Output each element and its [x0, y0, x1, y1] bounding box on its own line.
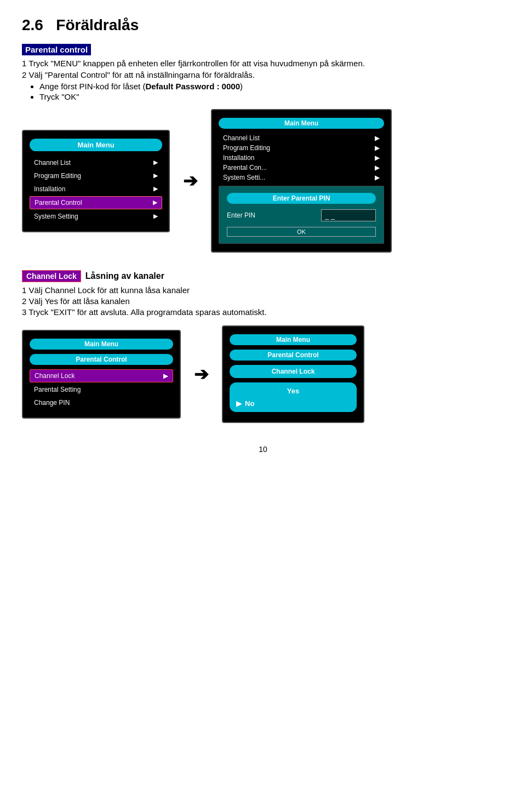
main-menu-title-left: Main Menu: [30, 139, 162, 151]
step2-text: 2 Välj "Parental Control" för att nå ins…: [22, 70, 504, 79]
partial-menu: Channel List ▶ Program Editing ▶ Install…: [219, 133, 384, 182]
arrow-icon-2: ➔: [194, 364, 209, 385]
chevron-icon: ▶: [153, 159, 158, 166]
chevron-icon: ▶: [153, 172, 158, 179]
chevron-icon: ▶: [163, 372, 168, 380]
partial-item-5: System Setti... ▶: [219, 173, 384, 182]
no-item[interactable]: ▶ No: [236, 398, 350, 409]
main-menu-items-left: Channel List ▶ Program Editing ▶ Install…: [30, 157, 162, 222]
partial-item-2: Program Editing ▶: [219, 143, 384, 153]
page-number: 10: [22, 445, 504, 454]
pin-ok-button[interactable]: OK: [227, 227, 376, 237]
pin-dialog: Enter Parental PIN Enter PIN _ _ OK: [219, 186, 384, 244]
parental-sub-screen-left: Main Menu Parental Control Channel Lock …: [22, 330, 181, 419]
parental-sub-screen-right: Main Menu Parental Control Channel Lock …: [222, 325, 364, 423]
section-number: 2.6: [22, 16, 43, 33]
pin-row: Enter PIN _ _: [227, 209, 376, 221]
parental-control-section-title-right: Parental Control: [230, 350, 357, 361]
page-title: Föräldralås: [56, 16, 139, 33]
pin-screen-inner: Channel List ▶ Program Editing ▶ Install…: [219, 133, 384, 244]
channel-lock-badge: Channel Lock: [22, 270, 81, 282]
arrow-pointing-icon: ▶: [236, 399, 242, 408]
yes-no-container: Yes ▶ No: [230, 382, 357, 412]
main-menu-screen-right: Main Menu Channel List ▶ Program Editing…: [211, 109, 392, 253]
menu-item-channel-list: Channel List ▶: [30, 157, 162, 169]
bullet1: Ange först PIN-kod för låset (Default Pa…: [39, 82, 504, 91]
pin-input-box[interactable]: _ _: [321, 209, 376, 221]
chevron-icon: ▶: [153, 213, 158, 220]
arrow-icon: ➔: [183, 170, 198, 191]
channel-lock-submenu-title: Channel Lock: [230, 365, 357, 378]
channel-lock-title-text: Låsning av kanaler: [85, 271, 164, 281]
sub-main-menu-title-left: Main Menu: [30, 339, 173, 350]
partial-item-4: Parental Con... ▶: [219, 163, 384, 173]
bottom-diagram-row: Main Menu Parental Control Channel Lock …: [22, 325, 504, 423]
menu-item-installation: Installation ▶: [30, 183, 162, 195]
sub-item-change-pin: Change PIN: [30, 397, 173, 409]
chevron-icon: ▶: [153, 185, 158, 192]
bullet2: Tryck "OK": [39, 92, 504, 101]
channel-lock-step1: 1 Välj Channel Lock för att kunna låsa k…: [22, 285, 504, 295]
parental-control-section: Parental control 1 Tryck "MENU" knappen …: [22, 44, 504, 101]
channel-lock-title-row: Channel Lock Låsning av kanaler: [22, 270, 504, 282]
chevron-icon: ▶: [153, 199, 157, 206]
sub-item-channel-lock: Channel Lock ▶: [30, 369, 173, 382]
page-header: 2.6 Föräldralås: [22, 16, 504, 34]
parental-control-label: Parental control: [22, 44, 91, 55]
sub-item-parental-setting: Parental Setting: [30, 384, 173, 396]
sub-main-menu-title-right: Main Menu: [230, 334, 357, 345]
top-diagram-row: Main Menu Channel List ▶ Program Editing…: [22, 109, 504, 253]
menu-item-system-setting: System Setting ▶: [30, 210, 162, 222]
main-menu-title-right: Main Menu: [219, 118, 384, 129]
yes-item[interactable]: Yes: [236, 386, 350, 396]
parental-sub-items-left: Channel Lock ▶ Parental Setting Change P…: [30, 369, 173, 409]
partial-item-3: Installation ▶: [219, 153, 384, 163]
parental-control-section-title-left: Parental Control: [30, 354, 173, 365]
partial-item-1: Channel List ▶: [219, 133, 384, 143]
pin-label: Enter PIN: [227, 211, 255, 219]
menu-item-program-editing: Program Editing ▶: [30, 170, 162, 182]
channel-lock-step3: 3 Tryck "EXIT" för att avsluta. Alla pro…: [22, 307, 504, 317]
channel-lock-section: Channel Lock Låsning av kanaler 1 Välj C…: [22, 270, 504, 317]
step1-text: 1 Tryck "MENU" knappen på enheten eller …: [22, 59, 504, 68]
main-menu-screen-left: Main Menu Channel List ▶ Program Editing…: [22, 130, 170, 232]
menu-item-parental-control: Parental Control ▶: [30, 196, 162, 209]
channel-lock-step2: 2 Välj Yes för att låsa kanalen: [22, 296, 504, 306]
pin-dialog-title: Enter Parental PIN: [227, 193, 376, 204]
